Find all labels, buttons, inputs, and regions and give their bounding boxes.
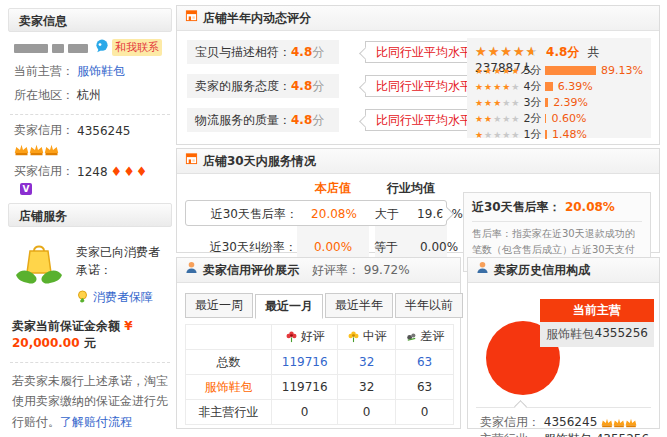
tab-last-month[interactable]: 最近一月 [255,294,323,319]
tab-last-week[interactable]: 最近一周 [185,293,253,318]
rating-summary-box: ★★★★★★★★★★ 4.8分 共237887人 ★★★★★ 5分 89.13%… [467,38,651,138]
dsr-score: 4.8 [291,45,312,59]
pointer-notch [514,400,527,413]
row-stars-icon: ★★★★★ [475,65,520,76]
review-row-main-category: 服饰鞋包 119716 32 63 [186,375,454,400]
dsr-score: 4.8 [291,113,312,127]
dsr-unit: 分 [312,79,324,93]
red-flower-icon [285,330,298,343]
seller-credit-label: 卖家信用： [14,122,74,139]
tab-before-half-year[interactable]: 半年以前 [395,293,463,318]
hands-bag-icon [10,237,68,306]
dist-label: 5分 [523,63,541,78]
buyer-credit-row: 买家信用： 1248 ♦♦♦ V [8,156,172,195]
tab-half-year[interactable]: 最近半年 [325,293,393,318]
aftersale-highlight-bubble: 近30天售后率： 20.08% 大于 19.60% [185,200,447,226]
rating-dist-row: ★★★★★ 2分 0.60% [475,111,643,126]
svc-row-label: 近30天售后率： [186,201,298,227]
dist-label: 3分 [523,95,541,110]
dsr-score: 4.8 [291,79,312,93]
main-business-link[interactable]: 服饰鞋包 [77,63,125,80]
main-business-label: 当前主营： [14,63,74,80]
row-label: 服饰鞋包 [186,375,272,400]
row-stars-icon: ★★★★★ [475,97,520,108]
dist-label: 2分 [523,111,541,126]
review-table-header-row: 好评 中评 差评 [186,325,454,350]
pie-callout: 当前主营 服饰鞋包 4355256 [540,299,654,347]
tip-value: 20.08% [565,200,615,214]
dsr-row: 宝贝与描述相符：4.8分 比同行业平均水平高14.34% [187,40,339,64]
promise-text: 卖家已向消费者承诺： [76,237,170,279]
dsr-label: 卖家的服务态度： [195,79,291,93]
summary-score: 4.8分 [546,45,579,59]
dist-bar [545,66,596,75]
tip-title: 近30天售后率： [472,200,561,214]
rating-dist-row: ★★★★★ 5分 89.13% [475,63,643,78]
total-bad-link[interactable]: 63 [417,355,432,369]
row-label: 总数 [186,350,272,375]
dsr-panel-title: 店铺半年内动态评分 [203,6,311,30]
wangwang-bubble-icon[interactable] [95,39,109,56]
history-panel: 卖家历史信用构成 当前主营 服饰鞋包 4355256 卖家信用： 4356245 [467,257,660,429]
callout-category: 服饰鞋包 [546,326,594,343]
row-stars-icon: ★★★★★ [475,81,520,92]
review-row-non-main: 非主营行业 0 0 0 [186,400,454,425]
dist-bar [545,130,547,139]
person-icon [185,258,198,282]
shop-service-section-title: 店铺服务 [8,203,172,227]
cat-mid-value: 32 [338,375,396,400]
dsr-panel-header: 店铺半年内动态评分 [177,6,659,31]
sidebar: 卖家信息 和我联系 当前主营： 服饰鞋包 所在地区： 杭州 卖家信用： 4356… [8,8,172,437]
industry-avg-colhead: 行业均值 [375,180,447,197]
dsr-label: 物流服务的质量： [195,113,291,127]
seller-name-redacted [14,41,92,55]
dsr-panel: 店铺半年内动态评分 宝贝与描述相符：4.8分 比同行业平均水平高14.34% 卖… [176,5,660,145]
dist-bar [545,82,552,91]
diamond-icon: ♦♦♦ [111,164,149,179]
person-icon [476,258,489,282]
cat-bad-value: 63 [396,375,454,400]
seller-name-row: 和我联系 [8,32,172,56]
compare-text: 比同行业平均水平 [365,41,479,63]
contact-me-badge[interactable]: 和我联系 [112,39,162,56]
positive-rate-value: 99.72% [364,263,410,277]
dist-pct: 2.39% [553,96,588,109]
service-30d-panel: 店铺30天内服务情况 本店值 行业均值 近30天售后率： 20.08% 大于 1… [176,148,660,253]
review-table: 好评 中评 差评 总数 119716 32 63 服饰鞋包 119716 32 … [185,324,454,425]
summary-stars-icon: ★★★★★★★★★★ [475,45,538,58]
empty-cell [186,325,272,350]
total-mid-link[interactable]: 32 [359,355,374,369]
rating-dist-row: ★★★★★ 4分 6.39% [475,79,643,94]
region-value: 杭州 [77,87,101,104]
seller-credit-row: 卖家信用： 4356245 [8,115,172,156]
buyer-credit-label: 买家信用： [14,163,74,180]
deposit-unit: 元 [84,336,96,350]
buyer-credit-value: 1248 [77,165,108,179]
seller-credit-line: 卖家信用： 4356245 [480,414,649,431]
svc-shop-value: 20.08% [298,201,370,227]
v-badge-icon: V [20,183,32,195]
hist-label: 卖家信用： [480,415,540,429]
compensation-process-link[interactable]: 了解赔付流程 [60,415,132,429]
dist-bar [545,98,548,107]
dsr-row: 卖家的服务态度：4.8分 比同行业平均水平高20.66% [187,74,339,98]
service-panel-title: 店铺30天内服务情况 [203,149,316,173]
review-row-total: 总数 119716 32 63 [186,350,454,375]
good-col-header: 好评 [272,325,338,350]
mid-col-header: 中评 [338,325,396,350]
row-stars-icon: ★★★★★ [475,113,520,124]
dsr-unit: 分 [312,45,324,59]
dist-pct: 0.60% [551,112,586,125]
total-good-link[interactable]: 119716 [282,355,328,369]
rating-dist-row: ★★★★★ 1分 1.48% [475,127,643,142]
consumer-guarantee-link[interactable]: 消费者保障 [93,289,153,306]
review-panel-title: 卖家信用评价展示 [203,258,299,282]
hist-value: 4356245 [544,415,597,429]
region-label: 所在地区： [14,87,74,104]
region-row: 所在地区： 杭州 [8,80,172,104]
hist-label: 主营行业： [480,432,540,437]
shop-icon [185,6,198,30]
dist-pct: 89.13% [601,64,643,77]
nonmain-good-value: 0 [272,400,338,425]
dsr-label: 宝贝与描述相符： [195,45,291,59]
